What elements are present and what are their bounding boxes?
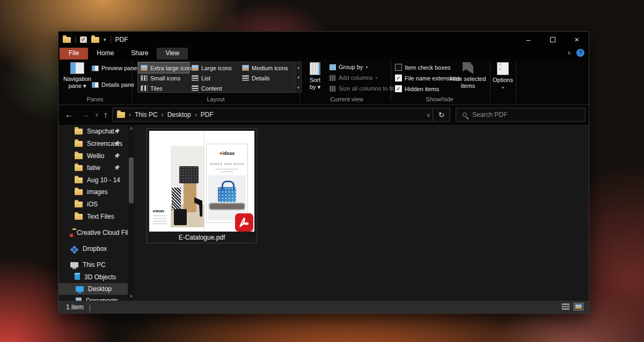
layout-small-icons[interactable]: Small icons — [138, 73, 189, 83]
new-folder-icon[interactable] — [91, 37, 99, 43]
pdf-badge-icon — [235, 213, 253, 232]
layout-group-label: Layout — [207, 96, 224, 102]
layout-list[interactable]: List — [189, 73, 240, 83]
main-area: Snapchat Screencasts Wellio fatiw Aug 10… — [58, 125, 589, 302]
collapse-ribbon-icon[interactable]: ∧ — [567, 50, 571, 56]
show-hide-group-label: Show/hide — [426, 96, 453, 102]
preview-pane-icon — [92, 65, 99, 71]
hide-selected-items-button[interactable]: Hide selected items — [448, 62, 488, 90]
divider — [490, 61, 491, 102]
group-by-button[interactable]: Group by▾ — [330, 64, 368, 70]
sidebar-item-desktop[interactable]: Desktop — [58, 283, 128, 295]
options-button[interactable]: Options ▾ — [491, 62, 515, 91]
current-view-group-label: Current view — [330, 96, 363, 102]
crumb-separator: › — [125, 111, 135, 118]
large-thumbnails-view-toggle-icon[interactable] — [574, 303, 583, 310]
layout-extra-large-icons[interactable]: Extra large icons — [138, 63, 189, 73]
sidebar-item-images[interactable]: images — [58, 186, 128, 198]
window-controls: – × — [516, 32, 589, 48]
sidebar-item-label: Desktop — [88, 285, 112, 293]
preview-pane-button[interactable]: Preview pane — [92, 65, 137, 71]
divider — [111, 36, 111, 43]
quick-access-toolbar: ✓ ▾ PDF — [63, 34, 128, 46]
details-view-toggle-icon[interactable] — [562, 303, 569, 310]
breadcrumb-desktop[interactable]: Desktop — [167, 111, 191, 118]
list-view-icon — [192, 75, 199, 81]
recent-locations-icon[interactable]: ∨ — [95, 112, 99, 117]
sidebar-item-screencasts[interactable]: Screencasts — [58, 138, 128, 150]
details-view-icon — [242, 75, 249, 81]
desktop-icon — [76, 286, 84, 292]
title-bar: ✓ ▾ PDF – × — [58, 32, 589, 48]
layout-content[interactable]: Content — [189, 83, 240, 93]
thumbnail-brand-small: ●ideas — [152, 209, 164, 213]
thumbnail-photo — [171, 146, 204, 227]
checkbox-checked-icon: ✓ — [395, 75, 402, 81]
scroll-down-icon[interactable]: ∨ — [128, 294, 134, 299]
sidebar-item-fatiw[interactable]: fatiw — [58, 162, 128, 174]
sidebar-item-this-pc[interactable]: This PC — [58, 259, 128, 271]
breadcrumb[interactable]: › This PC › Desktop › PDF ∨ ↻ — [112, 108, 450, 122]
folder-icon — [75, 177, 83, 183]
layout-large-icons[interactable]: Large icons — [189, 63, 240, 73]
explorer-window: ✓ ▾ PDF – × File Home Share View ∧ ? Nav… — [58, 31, 589, 314]
search-input[interactable] — [472, 111, 569, 118]
sidebar-item-aug-10-14[interactable]: Aug 10 - 14 — [58, 174, 128, 186]
checkbox-checked-icon: ✓ — [395, 85, 402, 92]
navigation-pane-button[interactable]: Navigation pane ▾ — [62, 62, 93, 90]
sidebar-item-label: Creative Cloud Files — [77, 229, 128, 236]
qat-dropdown-icon[interactable]: ▾ — [104, 37, 106, 42]
minimize-button[interactable]: – — [516, 32, 540, 48]
layout-gallery: Extra large icons Large icons Medium ico… — [137, 62, 295, 93]
sidebar-item-dropbox[interactable]: Dropbox — [58, 243, 128, 255]
desktop: { "titlebar": { "title": "PDF", "qat_dro… — [0, 0, 644, 342]
size-columns-button[interactable]: Size all columns to fit — [330, 85, 394, 92]
close-button[interactable]: × — [565, 32, 589, 48]
status-separator: | — [89, 303, 91, 311]
sidebar-item-snapchat[interactable]: Snapchat — [58, 125, 128, 137]
add-columns-button[interactable]: Add columns▾ — [330, 75, 378, 81]
tab-home[interactable]: Home — [88, 48, 122, 60]
hidden-items-checkbox[interactable]: ✓ Hidden items — [395, 85, 439, 92]
layout-medium-icons[interactable]: Medium icons — [240, 63, 294, 73]
layout-details[interactable]: Details — [240, 73, 294, 83]
file-item-e-catalogue[interactable]: ●ideas ●ideas SHOES AND BAGS — [147, 128, 257, 243]
sidebar-item-text-files[interactable]: Text Files — [58, 211, 128, 222]
scroll-up-icon[interactable]: ∧ — [128, 126, 134, 131]
3d-objects-icon — [75, 274, 80, 280]
tab-view[interactable]: View — [157, 48, 188, 60]
extra-large-icons-icon — [141, 65, 148, 71]
breadcrumb-pdf[interactable]: PDF — [201, 111, 214, 118]
sidebar-scrollbar[interactable]: ∧ ∨ — [128, 125, 134, 302]
sort-by-icon — [310, 62, 320, 75]
details-pane-button[interactable]: Details pane — [92, 81, 134, 88]
back-icon[interactable]: ← — [65, 110, 73, 119]
maximize-button[interactable] — [540, 32, 565, 48]
refresh-icon[interactable]: ↻ — [433, 108, 450, 121]
sidebar-item-wellio[interactable]: Wellio — [58, 150, 128, 162]
address-dropdown-icon[interactable]: ∨ — [427, 112, 430, 118]
breadcrumb-this-pc[interactable]: This PC — [135, 111, 158, 118]
help-icon[interactable]: ? — [576, 49, 584, 57]
options-icon — [497, 62, 509, 75]
tiles-view-icon — [141, 85, 148, 91]
sidebar-item-label: Aug 10 - 14 — [87, 176, 120, 184]
sidebar-item-3d-objects[interactable]: 3D Objects — [58, 271, 128, 283]
thumbnail-cover-panel: ●ideas SHOES AND BAGS — [206, 144, 248, 223]
up-icon[interactable]: ↑ — [104, 110, 108, 119]
sidebar-item-creative-cloud-files[interactable]: Creative Cloud Files — [58, 227, 128, 239]
tab-share[interactable]: Share — [122, 48, 157, 60]
sidebar-item-label: Text Files — [87, 213, 114, 220]
sidebar-item-ios[interactable]: iOS — [58, 198, 128, 210]
item-check-boxes-checkbox[interactable]: Item check boxes — [395, 64, 451, 71]
properties-icon[interactable]: ✓ — [80, 36, 87, 43]
gallery-scrollbar[interactable]: ▲▼▼ — [295, 62, 302, 93]
folder-icon — [117, 112, 125, 118]
window-title: PDF — [115, 36, 128, 43]
forward-icon[interactable]: → — [81, 110, 89, 119]
layout-tiles[interactable]: Tiles — [138, 83, 189, 93]
sort-by-button[interactable]: Sort by ▾ — [303, 62, 327, 91]
search-icon — [463, 113, 467, 117]
tab-file[interactable]: File — [60, 48, 88, 60]
scrollbar-thumb[interactable] — [129, 158, 134, 203]
